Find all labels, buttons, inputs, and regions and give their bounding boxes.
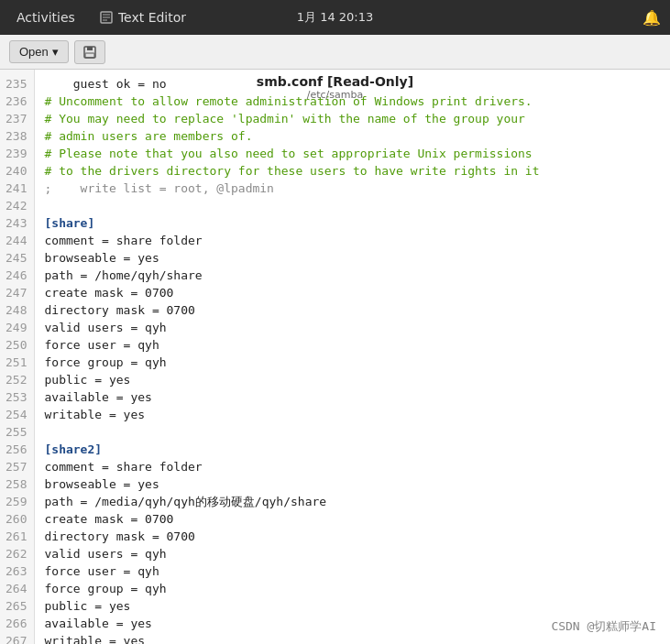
save-button[interactable] [74, 40, 105, 64]
system-bar-left: Activities Text Editor [9, 6, 193, 28]
toolbar-container: Open ▾ smb.conf [Read-Only] /etc/samba [0, 35, 670, 70]
line-number: 251 [5, 354, 27, 371]
line-number: 237 [5, 110, 27, 127]
code-line: public = yes [44, 597, 661, 615]
code-line: browseable = yes [44, 475, 661, 493]
line-number: 240 [5, 162, 27, 180]
line-number: 238 [5, 127, 27, 145]
code-line: # Please note that you also need to set … [44, 145, 661, 162]
code-line: ; write list = root, @lpadmin [44, 180, 661, 197]
text-editor-tab[interactable]: Text Editor [92, 6, 193, 28]
text-editor-label: Text Editor [118, 10, 186, 25]
activities-button[interactable]: Activities [9, 6, 82, 28]
line-number: 253 [5, 388, 27, 406]
editor-area[interactable]: 2352362372382392402412422432442452462472… [0, 70, 670, 644]
line-number: 266 [5, 615, 27, 632]
line-number: 264 [5, 580, 27, 597]
line-number: 235 [5, 75, 27, 93]
code-line [44, 423, 661, 441]
code-line: create mask = 0700 [44, 284, 661, 301]
code-line: [share2] [44, 441, 661, 458]
line-number: 258 [5, 475, 27, 493]
line-number: 242 [5, 197, 27, 214]
line-number: 262 [5, 545, 27, 562]
system-bar: Activities Text Editor 1月 14 20:13 🔔 [0, 0, 670, 35]
code-line: available = yes [44, 388, 661, 406]
line-number: 257 [5, 458, 27, 475]
code-line: force group = qyh [44, 580, 661, 597]
code-area[interactable]: guest ok = no# Uncomment to allow remote… [35, 70, 670, 644]
line-number: 267 [5, 632, 27, 644]
line-number: 241 [5, 180, 27, 197]
line-number: 239 [5, 145, 27, 162]
line-number: 243 [5, 214, 27, 232]
system-bar-datetime: 1月 14 20:13 [297, 9, 374, 26]
line-number: 265 [5, 597, 27, 615]
editor-content[interactable]: 2352362372382392402412422432442452462472… [0, 70, 670, 644]
code-line: valid users = qyh [44, 319, 661, 336]
code-line: writable = yes [44, 632, 661, 644]
code-line: force user = qyh [44, 336, 661, 354]
line-number: 256 [5, 441, 27, 458]
code-line: # admin users are members of. [44, 127, 661, 145]
line-numbers: 2352362372382392402412422432442452462472… [0, 70, 35, 644]
line-number: 246 [5, 267, 27, 284]
line-number: 245 [5, 249, 27, 267]
code-line: # You may need to replace 'lpadmin' with… [44, 110, 661, 127]
line-number: 259 [5, 493, 27, 510]
line-number: 260 [5, 510, 27, 528]
code-line: guest ok = no [44, 75, 661, 93]
line-number: 263 [5, 562, 27, 580]
code-line: available = yes [44, 615, 661, 632]
code-line: directory mask = 0700 [44, 528, 661, 545]
code-line: comment = share folder [44, 232, 661, 249]
save-icon [82, 45, 97, 60]
svg-rect-5 [87, 47, 93, 50]
line-number: 247 [5, 284, 27, 301]
line-number: 248 [5, 301, 27, 319]
line-number: 250 [5, 336, 27, 354]
code-line: comment = share folder [44, 458, 661, 475]
code-line: force group = qyh [44, 354, 661, 371]
code-line: # Uncomment to allow remote administrati… [44, 93, 661, 110]
line-number: 261 [5, 528, 27, 545]
code-line [44, 197, 661, 214]
code-line: force user = qyh [44, 562, 661, 580]
open-button[interactable]: Open ▾ [9, 40, 69, 63]
code-line: path = /media/qyh/qyh的移动硬盘/qyh/share [44, 493, 661, 510]
line-number: 254 [5, 406, 27, 423]
chevron-down-icon: ▾ [52, 45, 59, 59]
code-line: # to the drivers directory for these use… [44, 162, 661, 180]
toolbar: Open ▾ [0, 35, 670, 70]
code-line: create mask = 0700 [44, 510, 661, 528]
code-line: valid users = qyh [44, 545, 661, 562]
line-number: 249 [5, 319, 27, 336]
open-label: Open [19, 45, 49, 59]
code-line: public = yes [44, 371, 661, 388]
code-line: browseable = yes [44, 249, 661, 267]
line-number: 236 [5, 93, 27, 110]
code-line: [share] [44, 214, 661, 232]
line-number: 252 [5, 371, 27, 388]
line-number: 244 [5, 232, 27, 249]
code-line: writable = yes [44, 406, 661, 423]
code-line: path = /home/qyh/share [44, 267, 661, 284]
code-line: directory mask = 0700 [44, 301, 661, 319]
line-number: 255 [5, 423, 27, 441]
text-editor-icon [99, 10, 114, 25]
system-bar-right: 🔔 [643, 9, 661, 27]
notification-bell-icon[interactable]: 🔔 [643, 9, 661, 27]
